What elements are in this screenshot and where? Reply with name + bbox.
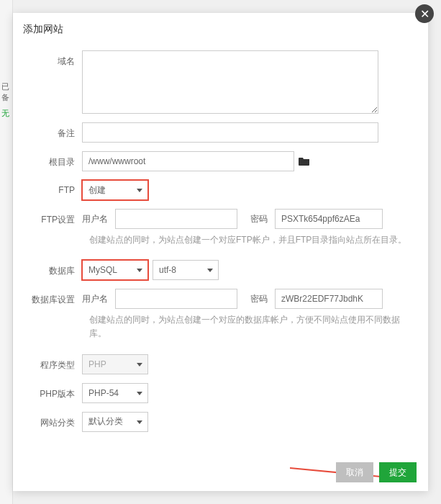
background-sidebar: 已备 无: [0, 0, 13, 504]
label-root: 根目录: [30, 151, 82, 168]
add-website-modal: 添加网站 域名 备注 根目录 FTP: [13, 13, 428, 491]
label-ftp-settings: FTP设置: [30, 209, 82, 226]
category-value: 默认分类: [88, 415, 123, 428]
label-remark: 备注: [30, 122, 82, 140]
chevron-down-icon: [137, 420, 142, 424]
chevron-down-icon: [137, 269, 142, 272]
folder-icon[interactable]: [299, 156, 310, 166]
label-ftp-user: 用户名: [82, 213, 111, 225]
db-charset-select[interactable]: utf-8: [153, 260, 219, 280]
remark-input[interactable]: [82, 122, 378, 143]
db-pwd-input[interactable]: [275, 289, 383, 309]
bg-text-1: 已备: [1, 81, 12, 103]
root-input[interactable]: [82, 151, 294, 171]
submit-button[interactable]: 提交: [379, 462, 417, 482]
label-category: 网站分类: [30, 412, 82, 429]
row-ftp-settings: FTP设置 用户名 密码: [30, 209, 411, 229]
row-program: 程序类型 PHP: [30, 354, 411, 374]
close-button[interactable]: ✕: [415, 4, 434, 23]
row-php-version: PHP版本 PHP-54: [30, 383, 411, 403]
row-db-settings: 数据库设置 用户名 密码: [30, 289, 411, 309]
label-db-pwd: 密码: [242, 293, 270, 305]
chevron-down-icon: [137, 392, 142, 395]
domain-input[interactable]: [82, 50, 378, 114]
ftp-select[interactable]: 创建: [82, 180, 148, 200]
ftp-select-value: 创建: [88, 184, 106, 197]
db-type-value: MySQL: [88, 265, 117, 275]
row-category: 网站分类 默认分类: [30, 412, 411, 432]
db-charset-value: utf-8: [159, 265, 176, 275]
label-ftp-pwd: 密码: [242, 213, 270, 225]
db-hint: 创建站点的同时，为站点创建一个对应的数据库帐户，方便不同站点使用不同数据库。: [89, 313, 411, 341]
chevron-down-icon: [137, 363, 142, 366]
ftp-hint: 创建站点的同时，为站点创建一个对应FTP帐户，并且FTP目录指向站点所在目录。: [89, 233, 411, 247]
label-db-user: 用户名: [82, 293, 111, 305]
php-version-select[interactable]: PHP-54: [82, 383, 148, 403]
modal-footer: 取消 提交: [336, 462, 417, 482]
category-select[interactable]: 默认分类: [82, 412, 148, 432]
program-select[interactable]: PHP: [82, 354, 148, 374]
row-db: 数据库 MySQL utf-8: [30, 260, 411, 280]
cancel-button[interactable]: 取消: [336, 462, 373, 482]
label-program: 程序类型: [30, 354, 82, 372]
db-type-select[interactable]: MySQL: [82, 260, 148, 280]
label-php-version: PHP版本: [30, 383, 82, 400]
ftp-pwd-input[interactable]: [275, 209, 383, 229]
php-version-value: PHP-54: [88, 388, 119, 398]
program-value: PHP: [88, 359, 106, 369]
form: 域名 备注 根目录 FTP 创建: [13, 43, 428, 432]
bg-text-2: 无: [1, 108, 9, 119]
ftp-user-input[interactable]: [115, 209, 237, 229]
chevron-down-icon: [207, 269, 213, 272]
db-user-input[interactable]: [115, 289, 237, 309]
label-domain: 域名: [30, 50, 82, 68]
close-icon: ✕: [420, 7, 429, 21]
chevron-down-icon: [137, 189, 142, 192]
row-ftp: FTP 创建: [30, 180, 411, 200]
row-domain: 域名: [30, 50, 411, 114]
row-root: 根目录: [30, 151, 411, 171]
label-ftp: FTP: [30, 180, 82, 195]
label-db: 数据库: [30, 260, 82, 277]
row-remark: 备注: [30, 122, 411, 143]
modal-title: 添加网站: [13, 13, 428, 43]
label-db-settings: 数据库设置: [30, 289, 82, 306]
